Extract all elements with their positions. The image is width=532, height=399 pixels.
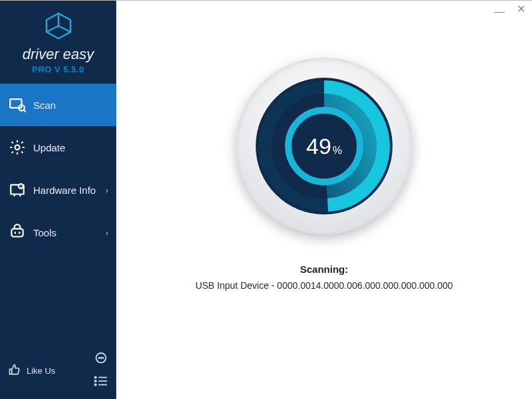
nav-item-scan[interactable]: Scan: [0, 84, 116, 126]
nav-label-hardware-info: Hardware Info: [33, 185, 96, 196]
brand-logo-icon: [0, 11, 116, 43]
like-us-button[interactable]: Like Us: [8, 363, 55, 378]
svg-point-17: [95, 376, 96, 378]
nav-item-hardware-info[interactable]: i Hardware Info ›: [0, 169, 116, 211]
like-us-label: Like Us: [27, 366, 55, 376]
progress-value: 49: [306, 133, 331, 159]
scan-icon: [8, 96, 27, 114]
app-window: — ✕ driver easy PRO V 5.5.0: [0, 0, 532, 399]
window-controls: — ✕: [493, 5, 527, 14]
brand-name: driver easy: [0, 46, 116, 63]
sidebar-nav: Scan Update i: [0, 84, 116, 254]
progress-center: 49%: [285, 107, 363, 185]
progress-unit: %: [333, 145, 342, 156]
chevron-right-icon: ›: [106, 185, 108, 195]
sidebar-bottom: Like Us: [0, 345, 116, 399]
progress-ring: 49%: [256, 78, 393, 214]
svg-point-21: [95, 384, 96, 385]
feedback-icon[interactable]: [94, 351, 108, 368]
main-content: 49% Scanning: USB Input Device - 0000.00…: [116, 1, 532, 399]
tools-icon: [8, 223, 27, 242]
thumbs-up-icon: [8, 363, 21, 378]
svg-point-16: [102, 357, 103, 358]
nav-label-scan: Scan: [33, 100, 56, 111]
chevron-right-icon: ›: [106, 228, 108, 238]
minimize-button[interactable]: —: [493, 7, 505, 17]
progress-text: 49%: [306, 133, 342, 159]
svg-point-19: [95, 380, 96, 382]
svg-point-14: [99, 357, 100, 358]
nav-label-tools: Tools: [33, 227, 56, 238]
menu-list-icon[interactable]: [94, 375, 108, 390]
sidebar-bottom-icons: [94, 351, 108, 390]
svg-text:i: i: [21, 185, 21, 189]
svg-point-4: [15, 145, 20, 150]
progress-indicator: 49%: [236, 58, 412, 234]
svg-line-3: [24, 110, 26, 112]
brand-block: driver easy PRO V 5.5.0: [0, 1, 116, 81]
scan-status: Scanning: USB Input Device - 0000.0014.0…: [195, 264, 453, 291]
nav-label-update: Update: [33, 142, 65, 153]
close-button[interactable]: ✕: [515, 5, 527, 14]
svg-rect-10: [11, 229, 23, 237]
hardware-info-icon: i: [8, 181, 27, 199]
sidebar: driver easy PRO V 5.5.0 Scan: [0, 1, 116, 399]
status-label: Scanning:: [195, 264, 453, 275]
gear-icon: [8, 138, 27, 157]
status-detail: USB Input Device - 0000.0014.0000.006.00…: [195, 280, 453, 291]
brand-version: PRO V 5.5.0: [0, 64, 116, 74]
nav-item-update[interactable]: Update: [0, 126, 116, 169]
nav-item-tools[interactable]: Tools ›: [0, 211, 116, 254]
svg-point-15: [100, 357, 101, 358]
